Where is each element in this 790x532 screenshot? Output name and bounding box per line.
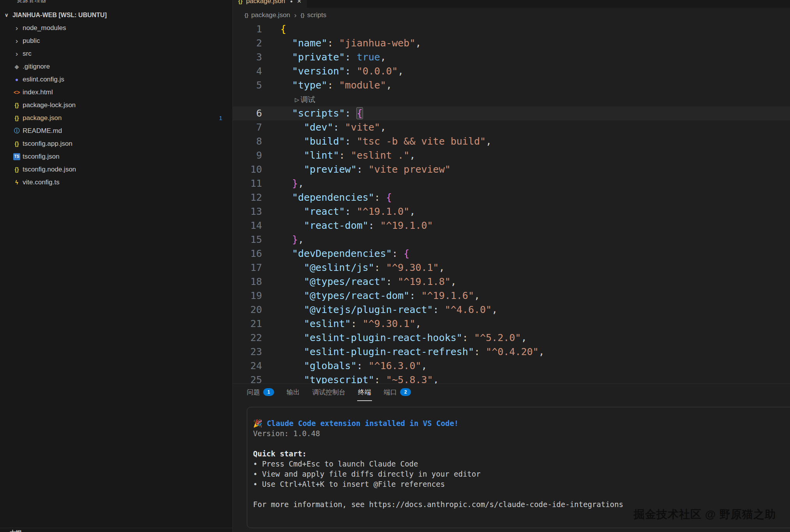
line-number: 18 [233,275,262,289]
vscode-window: 资源管理器 ∨ JIANHUA-WEB [WSL: UBUNTU] ›node_… [0,0,790,532]
line-number: 7 [233,120,262,134]
code-line-21[interactable]: 21 "eslint": "^9.30.1", [233,317,790,331]
tree-item-label: vite.config.ts [23,179,60,186]
code-line-10[interactable]: 10 "preview": "vite preview" [233,163,790,177]
close-icon[interactable]: × [297,0,301,5]
panel-tab-ports[interactable]: 端口2 [383,384,412,401]
braces-icon: {} [12,115,22,121]
code-line-22[interactable]: 22 "eslint-plugin-react-hooks": "^5.2.0"… [233,331,790,345]
line-number: 22 [233,331,262,345]
eslint-icon: ● [12,76,22,83]
code-lines: 1{2 "name": "jianhua-web",3 "private": t… [233,22,790,384]
code-line-24[interactable]: 24 "globals": "^16.3.0", [233,359,790,373]
panel-tab-problems[interactable]: 问题1 [246,384,275,401]
terminal-line: • Use Ctrl+Alt+K to insert @File referen… [253,479,784,489]
code-line-14[interactable]: 14 "react-dom": "^19.1.0" [233,219,790,233]
code-line-8[interactable]: 8 "build": "tsc -b && vite build", [233,134,790,148]
line-number: 9 [233,148,262,163]
tree-file-vite.config.ts[interactable]: ϟvite.config.ts [0,176,232,189]
code-line-23[interactable]: 23 "eslint-plugin-react-refresh": "^0.4.… [233,345,790,359]
code-line-6[interactable]: 6 "scripts": { [233,106,790,120]
code-line-9[interactable]: 9 "lint": "eslint .", [233,148,790,163]
tree-file-README.md[interactable]: ⓘREADME.md [0,124,232,137]
code-line-4[interactable]: 4 "version": "0.0.0", [233,64,790,78]
line-number: 21 [233,317,262,331]
panel-tab-label: 终端 [358,388,371,397]
line-number: 1 [233,22,262,36]
code-line-19[interactable]: 19 "@types/react-dom": "^19.1.6", [233,289,790,303]
problems-count-badge: 1 [219,115,222,121]
terminal-line: • View and apply file diffs directly in … [253,469,784,479]
tree-file-tsconfig.json[interactable]: TStsconfig.json [0,150,232,163]
json-braces-icon: {} [244,12,248,18]
terminal-line: 🎉 Claude Code extension installed in VS … [253,418,784,428]
terminal-line [253,489,784,499]
code-editor[interactable]: 1{2 "name": "jianhua-web",3 "private": t… [233,22,790,384]
tree-file-tsconfig.app.json[interactable]: {}tsconfig.app.json [0,137,232,150]
terminal-line: • Press Cmd+Esc to launch Claude Code [253,459,784,469]
line-number: 24 [233,359,262,373]
tree-folder-public[interactable]: ›public [0,34,232,47]
breadcrumb-item-file[interactable]: {} package.json [244,11,290,19]
code-line-7[interactable]: 7 "dev": "vite", [233,120,790,134]
line-number: 15 [233,233,262,247]
braces-icon: {} [12,141,22,147]
tree-item-label: package.json [23,114,62,122]
vite-icon: ϟ [12,179,22,186]
code-line-16[interactable]: 16 "devDependencies": { [233,247,790,261]
line-number: 14 [233,219,262,233]
code-line-11[interactable]: 11 }, [233,177,790,191]
codelens-label: 调试 [300,92,315,106]
tree-file-.gitignore[interactable]: ◆.gitignore [0,60,232,73]
outline-section[interactable]: › 大纲 [0,528,232,532]
tab-package-json[interactable]: {} package.json ● × [233,0,307,8]
codelens-debug[interactable]: ▷调试 [233,92,790,106]
workspace-root[interactable]: ∨ JIANHUA-WEB [WSL: UBUNTU] [0,9,232,21]
file-tree: ›node_modules›public›src◆.gitignore●esli… [0,21,232,189]
info-icon: ⓘ [12,127,22,134]
line-number: 8 [233,134,262,148]
code-line-3[interactable]: 3 "private": true, [233,50,790,64]
panel-tab-output[interactable]: 输出 [286,384,301,401]
line-number: 10 [233,163,262,177]
tree-folder-node_modules[interactable]: ›node_modules [0,21,232,34]
code-line-17[interactable]: 17 "@eslint/js": "^9.30.1", [233,261,790,275]
line-number: 5 [233,78,262,92]
tree-file-index.html[interactable]: <>index.html [0,86,232,99]
code-line-2[interactable]: 2 "name": "jianhua-web", [233,36,790,50]
ports-badge: 2 [400,388,411,396]
play-icon: ▷ [295,92,299,106]
editor-column: {} package.json ● × {} package.json › {}… [233,0,790,532]
tree-item-label: tsconfig.app.json [23,140,73,148]
chevron-right-icon: › [5,529,7,532]
panel-tab-terminal[interactable]: 终端 [357,384,372,401]
tree-item-label: node_modules [23,24,66,32]
tree-file-package.json[interactable]: {}package.json1 [0,111,232,124]
tree-file-eslint.config.js[interactable]: ●eslint.config.js [0,73,232,86]
json-braces-icon: {} [301,12,305,18]
code-line-18[interactable]: 18 "@types/react": "^19.1.8", [233,275,790,289]
code-line-15[interactable]: 15 }, [233,233,790,247]
chevron-right-icon: › [294,11,296,19]
watermark: 掘金技术社区 @ 野原猫之助 [634,507,776,522]
code-line-12[interactable]: 12 "dependencies": { [233,191,790,205]
breadcrumb-scripts-label: scripts [307,11,326,19]
tree-item-label: README.md [23,127,62,135]
code-line-5[interactable]: 5 "type": "module", [233,78,790,92]
line-number: 17 [233,261,262,275]
terminal-line [253,438,784,449]
tree-file-tsconfig.node.json[interactable]: {}tsconfig.node.json [0,163,232,176]
gitignore-icon: ◆ [12,64,22,70]
code-line-25[interactable]: 25 "typescript": "~5.8.3", [233,373,790,384]
panel-tab-debug-console[interactable]: 调试控制台 [312,384,346,401]
code-line-1[interactable]: 1{ [233,22,790,36]
line-number: 13 [233,205,262,219]
tree-item-label: public [23,37,40,45]
code-line-20[interactable]: 20 "@vitejs/plugin-react": "^4.6.0", [233,303,790,317]
tree-file-package-lock.json[interactable]: {}package-lock.json [0,99,232,111]
panel-tab-label: 端口 [384,388,397,397]
breadcrumb-item-scripts[interactable]: {} scripts [301,11,326,19]
tree-folder-src[interactable]: ›src [0,47,232,60]
code-line-13[interactable]: 13 "react": "^19.1.0", [233,205,790,219]
line-number: 16 [233,247,262,261]
